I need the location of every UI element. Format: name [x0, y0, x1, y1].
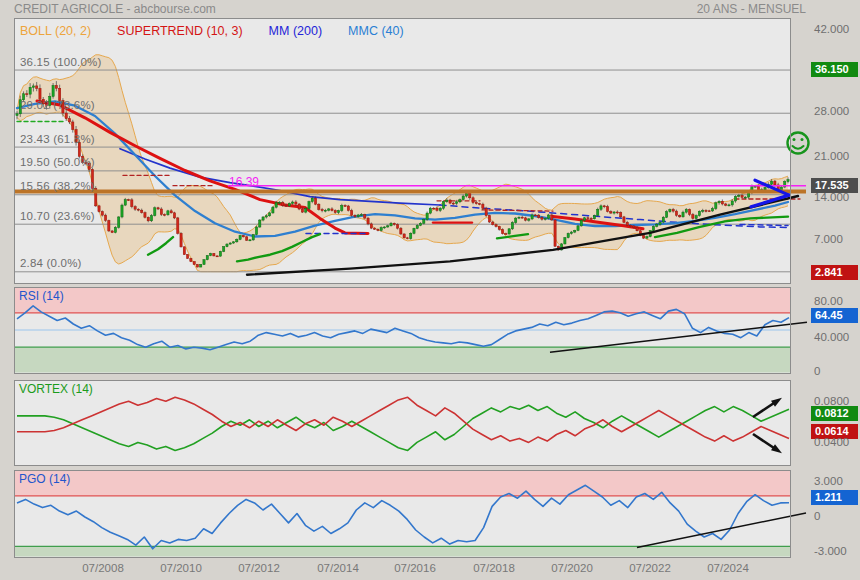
- rsi-axis-tick: 0: [814, 365, 820, 377]
- pgo-axis-tick: 0: [814, 510, 820, 522]
- price-axis-badge: 36.150: [811, 62, 858, 77]
- price-axis-tick: 42.000: [814, 23, 849, 35]
- price-axis-tick: 21.000: [814, 150, 849, 162]
- time-axis-label: 07/2016: [394, 562, 436, 574]
- vortex-axis-badge: 0.0812: [811, 406, 858, 421]
- rsi-chart-panel[interactable]: [14, 287, 791, 373]
- main-chart-panel[interactable]: [14, 18, 791, 283]
- period-title: 20 ANS - MENSUEL: [697, 2, 806, 16]
- time-axis-label: 07/2012: [238, 562, 280, 574]
- vortex-chart-panel[interactable]: [14, 380, 791, 465]
- time-axis-label: 07/2018: [473, 562, 515, 574]
- time-axis-label: 07/2024: [707, 562, 749, 574]
- time-axis-label: 07/2010: [160, 562, 202, 574]
- pgo-axis-tick: -3.000: [814, 545, 847, 557]
- rsi-axis-badge: 64.45: [811, 308, 858, 323]
- pgo-axis-tick: 3.000: [814, 475, 843, 487]
- price-axis-tick: 14.000: [814, 191, 849, 203]
- pgo-axis-badge: 1.211: [811, 490, 858, 505]
- price-axis-tick: 28.000: [814, 105, 849, 117]
- rsi-axis-tick: 80.00: [814, 295, 843, 307]
- time-axis-label: 07/2008: [82, 562, 124, 574]
- rsi-axis-tick: 40.000: [814, 331, 849, 343]
- time-axis-label: 07/2014: [317, 562, 359, 574]
- instrument-title: CREDIT AGRICOLE - abcbourse.com: [14, 2, 216, 16]
- price-axis-badge: 2.841: [811, 265, 858, 280]
- vortex-axis-tick: 0.0400: [814, 436, 849, 448]
- time-axis-label: 07/2020: [551, 562, 593, 574]
- time-axis-label: 07/2022: [629, 562, 671, 574]
- chart-page: CREDIT AGRICOLE - abcbourse.com 20 ANS -…: [0, 0, 860, 580]
- pgo-chart-panel[interactable]: [14, 470, 791, 557]
- price-axis-tick: 7.000: [814, 233, 843, 245]
